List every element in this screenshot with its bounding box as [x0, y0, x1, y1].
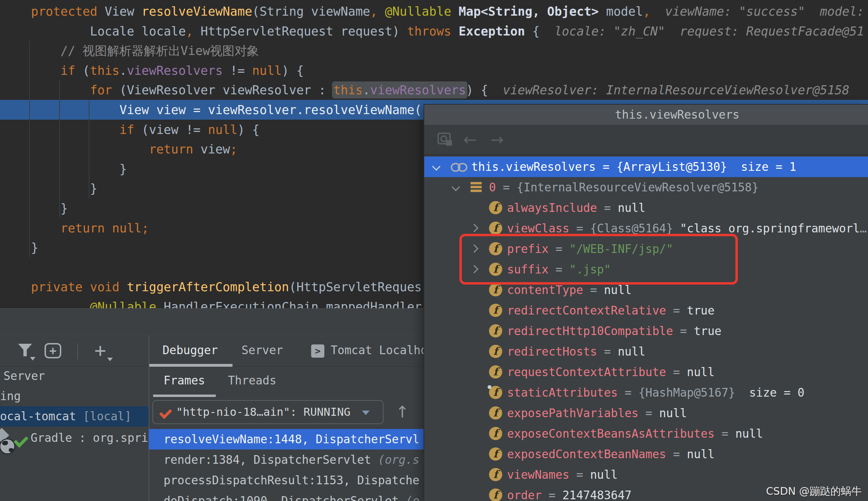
text-token: 2147483647: [562, 488, 632, 501]
static-marker-icon: [488, 385, 491, 389]
text-token: model: [599, 4, 643, 18]
text-token: }: [31, 181, 97, 196]
tab-frames[interactable]: Frames: [164, 367, 205, 395]
variable-name: redirectHttp10Compatible: [507, 324, 673, 338]
text-token: =: [715, 427, 735, 440]
text-token: HandlerExecutionChain mappedHandler: [164, 300, 421, 308]
variable-name: order: [507, 488, 542, 501]
variable-name: 0: [489, 181, 496, 194]
variable-text: this.viewResolvers = {ArrayList@5130} si…: [471, 157, 796, 177]
text-token: (ViewResolver viewResolver :: [119, 83, 333, 97]
chevron-right-icon[interactable]: [470, 224, 478, 232]
text-token: doDispatch:1090, DispatcherServlet: [164, 494, 405, 501]
service-label: Gradle : org.sprir: [31, 428, 149, 448]
variable-row-this.viewResolvers[interactable]: this.viewResolvers = {ArrayList@5130} si…: [424, 157, 868, 177]
field-icon: f: [489, 345, 502, 358]
variable-row-requestContextAttribute[interactable]: frequestContextAttribute = null: [424, 362, 868, 382]
text-token: ;: [230, 142, 237, 156]
text-token: ) {: [237, 122, 260, 137]
text-token: @Nullable: [385, 4, 459, 18]
back-arrow-icon[interactable]: ←: [463, 125, 477, 154]
tomcat-run-icon: >: [311, 344, 324, 358]
text-token: render:1384, DispatcherServlet: [164, 453, 378, 467]
text-token: (String viewName: [252, 4, 370, 18]
variable-text: staticAttributes = {HashMap@5167} size =…: [507, 382, 804, 403]
variable-name: exposePathVariables: [507, 406, 639, 420]
variable-name: exposeContextBeansAsAttributes: [507, 427, 715, 440]
text-token: !=: [223, 63, 252, 78]
field-icon: f: [489, 324, 502, 337]
tab-debugger[interactable]: Debugger: [163, 336, 218, 364]
watch-glasses-icon: [451, 163, 467, 171]
tab-threads[interactable]: Threads: [228, 367, 276, 395]
popup-title: this.viewResolvers: [615, 105, 740, 125]
chevron-down-icon[interactable]: [451, 183, 460, 191]
service-row[interactable]: Server: [0, 366, 149, 386]
variable-row-alwaysInclude[interactable]: falwaysInclude = null: [424, 198, 868, 218]
thread-selector-label: "http-nio-18…ain": RUNNING: [176, 401, 350, 423]
watermark: CSDN @蹦跶的蜗牛: [766, 484, 862, 499]
variable-text: redirectContextRelative = true: [507, 300, 715, 321]
variable-row-redirectHttp10Compatible[interactable]: fredirectHttp10Compatible = true: [424, 321, 868, 341]
text-token: null: [687, 365, 715, 379]
popup-header[interactable]: this.viewResolvers: [424, 105, 868, 125]
variable-row-viewNames[interactable]: fviewNames = null: [424, 464, 868, 485]
text-token: [31, 142, 149, 156]
service-row[interactable]: ing: [0, 386, 149, 406]
variable-row-staticAttributes[interactable]: fstaticAttributes = {HashMap@5167} size …: [424, 382, 868, 403]
chevron-down-icon: [362, 411, 370, 415]
text-token: return: [149, 142, 200, 156]
text-token: .: [119, 63, 127, 78]
variable-name: contentType: [507, 283, 583, 297]
text-token: Map<String, Object>: [459, 4, 599, 18]
text-token: viewResolver: InternalResourceViewResolv…: [496, 83, 850, 97]
array-element-icon: [471, 182, 482, 193]
forward-arrow-icon[interactable]: →: [490, 125, 504, 154]
field-icon: f: [489, 386, 502, 399]
field-icon: f: [489, 468, 502, 481]
tab-server[interactable]: Server: [242, 336, 283, 364]
chevron-down-icon[interactable]: [432, 162, 440, 170]
text-token: for: [90, 83, 119, 97]
service-label: ing: [0, 386, 21, 406]
text-token: return null;: [61, 221, 149, 235]
field-icon: f: [489, 488, 502, 501]
service-row[interactable]: ocal-tomcat [local]: [0, 406, 149, 427]
tab-tomcat-localhost[interactable]: Tomcat Localho: [331, 336, 425, 364]
stack-frame-row[interactable]: doDispatch:1090, DispatcherServlet (o: [149, 491, 427, 501]
popup-toolbar: ← →: [424, 125, 868, 156]
stack-frame-row[interactable]: processDispatchResult:1153, Dispatche: [149, 470, 427, 491]
red-annotation-box: [459, 234, 738, 285]
variable-row-0[interactable]: 0 = {InternalResourceViewResolver@5158}: [424, 177, 868, 198]
text-token: null: [687, 447, 715, 461]
text-token: ,: [643, 4, 650, 18]
stack-frame-row[interactable]: resolveViewName:1448, DispatcherServl: [149, 429, 427, 450]
text-token: [378, 4, 385, 18]
up-arrow-button[interactable]: ↑: [391, 400, 413, 424]
filter-dropdown-icon[interactable]: [30, 357, 35, 360]
text-token: }: [31, 162, 127, 176]
variable-row-redirectContextRelative[interactable]: fredirectContextRelative = true: [424, 300, 868, 321]
code-line: if (this.viewResolvers != null) {: [0, 61, 868, 80]
text-token: View view = viewResolver.resolveViewName…: [31, 103, 422, 117]
inspect-icon[interactable]: [437, 133, 453, 147]
web-globe-icon: [0, 438, 15, 454]
text-token: [31, 83, 90, 97]
add-dropdown-icon[interactable]: [107, 358, 113, 361]
variable-text: requestContextAttribute = null: [507, 362, 715, 382]
text-token: {Class@5164}: [590, 222, 673, 235]
variable-row-exposePathVariables[interactable]: fexposePathVariables = null: [424, 403, 868, 423]
thread-selector[interactable]: "http-nio-18…ain": RUNNING: [152, 400, 384, 424]
text-token: [31, 122, 119, 137]
stack-frame-row[interactable]: render:1384, DispatcherServlet (org.s: [149, 450, 427, 470]
variable-row-exposeContextBeansAsAttributes[interactable]: fexposeContextBeansAsAttributes = null: [424, 423, 868, 444]
text-token: =: [496, 181, 517, 194]
variable-text: exposedContextBeanNames = null: [507, 444, 715, 464]
variable-row-exposedContextBeanNames[interactable]: fexposedContextBeanNames = null: [424, 444, 868, 464]
service-label-part: Server: [3, 369, 45, 383]
add-frame-icon[interactable]: +: [45, 343, 61, 358]
frames-list: resolveViewName:1448, DispatcherServlren…: [149, 429, 427, 501]
variable-row-redirectHosts[interactable]: fredirectHosts = null: [424, 341, 868, 362]
text-token: {InternalResourceViewResolver@5158}: [516, 181, 758, 194]
field-icon: f: [489, 447, 502, 461]
